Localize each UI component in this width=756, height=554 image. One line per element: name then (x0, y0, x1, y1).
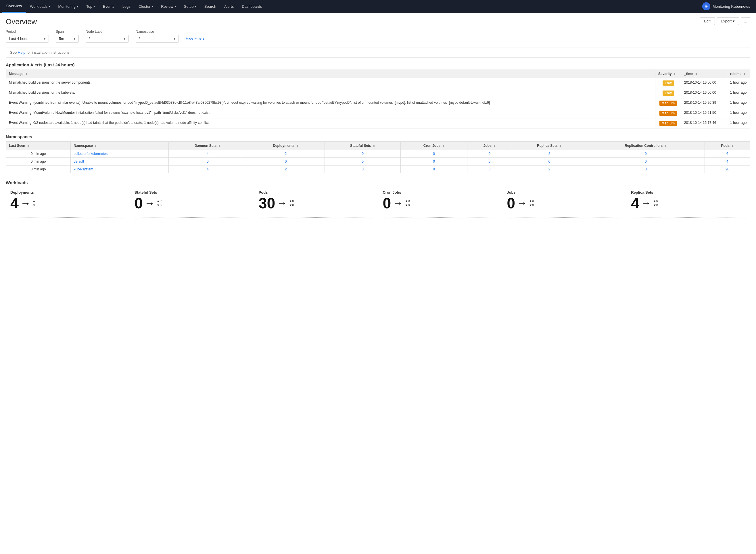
ns-namespace[interactable]: default (71, 158, 168, 166)
ns-deployments-link[interactable]: 2 (285, 167, 287, 171)
ns-stateful-sets[interactable]: 0 (325, 150, 400, 158)
ns-cron-jobs[interactable]: 0 (401, 150, 468, 158)
info-bar: See Help for installation instructions. (6, 47, 750, 58)
ns-replication-controllers-link[interactable]: 0 (645, 152, 647, 156)
alerts-col-reltime[interactable]: reltime ⇕ (727, 70, 750, 78)
nav-item-logs[interactable]: Logs (118, 0, 134, 13)
ns-pods-link[interactable]: 20 (725, 167, 729, 171)
ns-replica-sets[interactable]: 2 (512, 166, 587, 173)
ns-replica-sets-link[interactable]: 2 (548, 167, 550, 171)
alerts-col-message[interactable]: Message ⇕ (6, 70, 655, 78)
ns-daemon-sets[interactable]: 0 (168, 158, 247, 166)
nav-item-review[interactable]: Review ▾ (157, 0, 180, 13)
nav-item-top[interactable]: Top ▾ (82, 0, 99, 13)
alerts-col-time[interactable]: _time ⇕ (681, 70, 727, 78)
ns-col-daemon-sets[interactable]: Daemon Sets ⇕ (168, 142, 247, 150)
help-link[interactable]: Help (18, 50, 25, 55)
ns-col-stateful-sets[interactable]: Stateful Sets ⇕ (325, 142, 400, 150)
ns-deployments-link[interactable]: 0 (285, 160, 287, 164)
ns-col-last-seen[interactable]: Last Seen ⇕ (6, 142, 71, 150)
ns-deployments[interactable]: 2 (247, 166, 325, 173)
ns-pods[interactable]: 6 (705, 150, 750, 158)
ns-jobs[interactable]: 0 (467, 150, 512, 158)
table-row: Event Warning: 0/2 nodes are available: … (6, 118, 750, 128)
ns-deployments-link[interactable]: 2 (285, 152, 287, 156)
ns-replica-sets-link[interactable]: 0 (548, 160, 550, 164)
ns-replication-controllers-link[interactable]: 0 (645, 167, 647, 171)
ns-namespace-link[interactable]: collectorforkubernetes (73, 152, 108, 156)
ns-cron-jobs-link[interactable]: 0 (433, 167, 435, 171)
ns-daemon-sets-link[interactable]: 4 (207, 152, 209, 156)
ns-stateful-sets-link[interactable]: 0 (362, 160, 364, 164)
period-select[interactable]: Last 4 hours ▾ (6, 35, 49, 43)
nav-item-cluster[interactable]: Cluster ▾ (134, 0, 157, 13)
workload-item: Jobs 0 → ▲0 ▼0 (502, 187, 626, 223)
ns-col-jobs[interactable]: Jobs ⇕ (467, 142, 512, 150)
ns-stateful-sets[interactable]: 0 (325, 158, 400, 166)
ns-cron-jobs[interactable]: 0 (401, 166, 468, 173)
ns-stateful-sets-link[interactable]: 0 (362, 152, 364, 156)
ns-col-namespace[interactable]: Namespace ⇕ (71, 142, 168, 150)
ns-pods[interactable]: 4 (705, 158, 750, 166)
nav-item-dashboards[interactable]: Dashboards (238, 0, 266, 13)
namespace-select[interactable]: * ▾ (136, 35, 179, 43)
ns-col-cron-jobs[interactable]: Cron Jobs ⇕ (401, 142, 468, 150)
brand-title: Monitoring Kubernetes (713, 4, 750, 9)
ns-replica-sets[interactable]: 2 (512, 150, 587, 158)
ns-replica-sets[interactable]: 0 (512, 158, 587, 166)
nav-item-monitoring[interactable]: Monitoring ▾ (54, 0, 82, 13)
workloads-section: Workloads Deployments 4 → ▲0 ▼0 Stateful… (6, 180, 750, 223)
ns-cron-jobs-link[interactable]: 0 (433, 160, 435, 164)
ns-pods[interactable]: 20 (705, 166, 750, 173)
ns-namespace[interactable]: collectorforkubernetes (71, 150, 168, 158)
ns-cron-jobs-link[interactable]: 0 (433, 152, 435, 156)
ns-col-replication-controllers[interactable]: Replication Controllers ⇕ (587, 142, 705, 150)
ns-deployments[interactable]: 2 (247, 150, 325, 158)
ns-replica-sets-link[interactable]: 2 (548, 152, 550, 156)
ns-col-deployments[interactable]: Deployments ⇕ (247, 142, 325, 150)
ns-cron-jobs[interactable]: 0 (401, 158, 468, 166)
change-down: ▼0 (157, 203, 162, 208)
ns-deployments[interactable]: 0 (247, 158, 325, 166)
ns-jobs[interactable]: 0 (467, 166, 512, 173)
ns-jobs-link[interactable]: 0 (489, 152, 491, 156)
ns-col-replica-sets[interactable]: Replica Sets ⇕ (512, 142, 587, 150)
ns-replication-controllers-link[interactable]: 0 (645, 160, 647, 164)
node-label-select[interactable]: * ▾ (86, 35, 129, 43)
nav-item-events[interactable]: Events (99, 0, 118, 13)
hide-filters-link[interactable]: Hide Filters (186, 36, 205, 41)
nav-item-search[interactable]: Search (200, 0, 220, 13)
alert-severity: Low (655, 88, 681, 98)
ns-jobs-link[interactable]: 0 (489, 160, 491, 164)
ns-replication-controllers[interactable]: 0 (587, 158, 705, 166)
ns-stateful-sets-link[interactable]: 0 (362, 167, 364, 171)
more-options-button[interactable]: ... (741, 17, 750, 25)
severity-badge: Medium (659, 101, 677, 106)
nav-item-overview[interactable]: Overview (2, 0, 26, 13)
ns-replication-controllers[interactable]: 0 (587, 150, 705, 158)
nav-item-alerts[interactable]: Alerts (220, 0, 238, 13)
ns-col-pods[interactable]: Pods ⇕ (705, 142, 750, 150)
ns-namespace-link[interactable]: kube-system (73, 167, 93, 171)
ns-pods-link[interactable]: 6 (726, 152, 728, 156)
workload-count: 0 (383, 196, 391, 211)
ns-replication-controllers[interactable]: 0 (587, 166, 705, 173)
nav-item-setup[interactable]: Setup ▾ (180, 0, 200, 13)
edit-button[interactable]: Edit (700, 17, 715, 25)
ns-pods-link[interactable]: 4 (726, 160, 728, 164)
nav-item-workloads[interactable]: Workloads ▾ (26, 0, 54, 13)
alerts-col-severity[interactable]: Severity ⇕ (655, 70, 681, 78)
ns-daemon-sets-link[interactable]: 0 (207, 160, 209, 164)
span-select[interactable]: 5m ▾ (56, 35, 79, 43)
ns-stateful-sets[interactable]: 0 (325, 166, 400, 173)
ns-jobs-link[interactable]: 0 (489, 167, 491, 171)
ns-jobs[interactable]: 0 (467, 158, 512, 166)
export-button[interactable]: Export ▾ (717, 17, 739, 25)
ns-namespace-link[interactable]: default (73, 160, 84, 164)
chevron-down-icon: ▾ (195, 5, 196, 8)
ns-daemon-sets[interactable]: 4 (168, 166, 247, 173)
ns-namespace[interactable]: kube-system (71, 166, 168, 173)
ns-daemon-sets-link[interactable]: 4 (207, 167, 209, 171)
sparkline-chart (383, 212, 497, 221)
ns-daemon-sets[interactable]: 4 (168, 150, 247, 158)
